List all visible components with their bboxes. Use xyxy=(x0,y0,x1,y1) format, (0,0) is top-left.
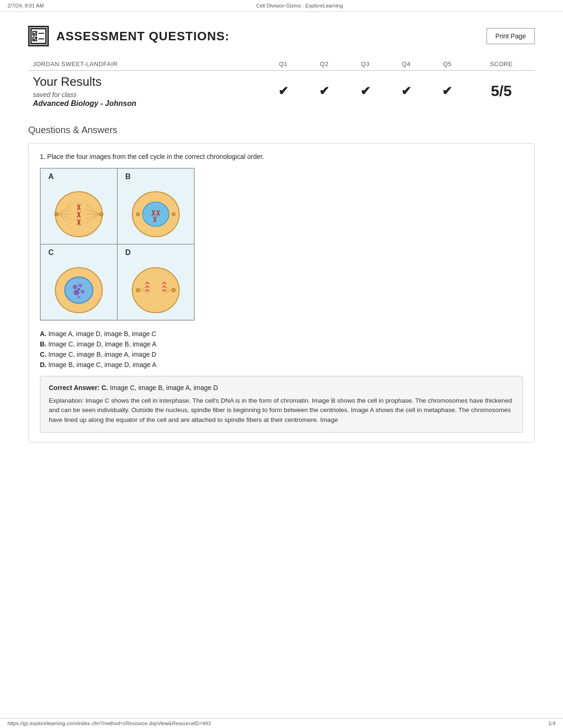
assessment-header: ASSESSMENT QUESTIONS: Print Page xyxy=(28,26,535,46)
main-content: ASSESSMENT QUESTIONS: Print Page JORDAN … xyxy=(0,12,563,464)
question-body-1: Place the four images from the cell cycl… xyxy=(47,153,264,160)
cell-label-b: B xyxy=(125,173,131,181)
cell-quadrant-d: D xyxy=(117,244,194,320)
results-label: Your Results saved for class Advanced Bi… xyxy=(28,71,263,111)
check-q5: ✔ xyxy=(427,71,468,111)
bottom-page: 1/4 xyxy=(548,720,555,726)
choice-a: A. Image A, image D, image B, image C xyxy=(40,330,523,338)
col-q2: Q2 xyxy=(304,58,345,71)
cell-d-svg xyxy=(128,260,184,316)
svg-point-28 xyxy=(77,296,80,299)
svg-point-24 xyxy=(73,285,77,289)
check-q1: ✔ xyxy=(263,71,304,111)
cell-b-svg xyxy=(128,184,184,240)
qa-title: Questions & Answers xyxy=(28,125,535,135)
assessment-icon xyxy=(28,26,49,46)
svg-point-20 xyxy=(137,213,140,216)
class-name: Advanced Biology - Johnson xyxy=(33,99,258,108)
top-bar-title: Cell Division Gizmo : ExploreLearning xyxy=(256,3,343,8)
cell-label-c: C xyxy=(48,248,54,257)
assessment-title-row: ASSESSMENT QUESTIONS: xyxy=(28,26,229,46)
choice-b: B. Image C, image D, image B, image A xyxy=(40,340,523,348)
top-bar: 2/7/24, 8:01 AM Cell Division Gizmo : Ex… xyxy=(0,0,563,12)
svg-point-27 xyxy=(81,290,84,293)
check-q2: ✔ xyxy=(304,71,345,111)
svg-rect-0 xyxy=(31,29,46,44)
print-button[interactable]: Print Page xyxy=(487,28,535,44)
answer-choices-1: A. Image A, image D, image B, image C B.… xyxy=(40,330,523,368)
top-bar-time: 2/7/24, 8:01 AM xyxy=(8,3,44,8)
col-q1: Q1 xyxy=(263,58,304,71)
correct-answer-text: Image C, image B, image A, image D xyxy=(110,384,218,391)
svg-point-26 xyxy=(74,290,79,295)
cell-quadrant-a: A xyxy=(40,168,117,244)
cell-quadrant-b: B xyxy=(117,168,194,244)
question-text-1: 1. Place the four images from the cell c… xyxy=(40,153,523,160)
cell-label-a: A xyxy=(48,173,54,181)
svg-point-31 xyxy=(136,288,140,292)
student-name-header: JORDAN SWEET-LANDFAIR xyxy=(28,58,263,71)
svg-point-29 xyxy=(78,288,80,290)
cell-c-svg xyxy=(51,260,107,316)
svg-point-7 xyxy=(99,212,103,216)
bottom-bar: https://gz.explorelearning.com/index.cfm… xyxy=(0,718,563,728)
correct-answer-box: Correct Answer: C. Image C, image B, ima… xyxy=(40,376,523,433)
qa-section: Questions & Answers 1. Place the four im… xyxy=(28,125,535,443)
col-q4: Q4 xyxy=(386,58,426,71)
col-q3: Q3 xyxy=(345,58,386,71)
question-number-1: 1. xyxy=(40,153,47,160)
svg-point-21 xyxy=(172,213,175,216)
svg-point-6 xyxy=(54,212,58,216)
explanation-text: Explanation: Image C shows the cell in i… xyxy=(49,396,514,425)
svg-point-19 xyxy=(143,202,169,226)
assessment-title: ASSESSMENT QUESTIONS: xyxy=(56,29,229,44)
score-value: 5/5 xyxy=(468,71,535,111)
cell-a-svg xyxy=(51,184,107,240)
cell-diagram-grid: A xyxy=(40,168,195,321)
svg-point-32 xyxy=(172,288,175,292)
score-table: JORDAN SWEET-LANDFAIR Q1 Q2 Q3 Q4 Q5 SCO… xyxy=(28,58,535,111)
bottom-url: https://gz.explorelearning.com/index.cfm… xyxy=(8,720,211,726)
correct-answer-line: Correct Answer: C. Image C, image B, ima… xyxy=(49,384,514,391)
svg-point-25 xyxy=(78,284,82,287)
cell-label-d: D xyxy=(125,248,131,257)
col-score: SCORE xyxy=(468,58,535,71)
choice-c: C. Image C, image B, image A, image D xyxy=(40,351,523,358)
question-card-1: 1. Place the four images from the cell c… xyxy=(28,143,535,443)
check-q3: ✔ xyxy=(345,71,386,111)
checklist-icon xyxy=(30,28,47,45)
col-q5: Q5 xyxy=(427,58,468,71)
choice-d: D. Image B, image C, image D, image A xyxy=(40,361,523,368)
results-row: Your Results saved for class Advanced Bi… xyxy=(28,71,535,111)
check-q4: ✔ xyxy=(386,71,426,111)
saved-for-class: saved for class xyxy=(33,91,258,98)
cell-quadrant-c: C xyxy=(40,244,117,320)
